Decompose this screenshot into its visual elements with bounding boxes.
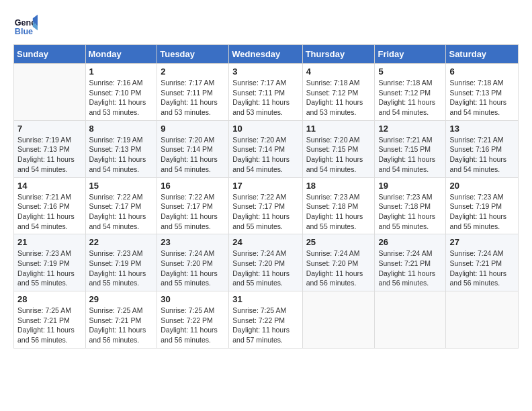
calendar-cell: 6Sunrise: 7:18 AM Sunset: 7:13 PM Daylig… — [446, 64, 519, 121]
calendar-cell: 3Sunrise: 7:17 AM Sunset: 7:11 PM Daylig… — [229, 64, 302, 121]
calendar-cell: 9Sunrise: 7:20 AM Sunset: 7:14 PM Daylig… — [157, 120, 229, 177]
calendar-cell: 15Sunrise: 7:22 AM Sunset: 7:17 PM Dayli… — [85, 177, 157, 234]
day-number: 27 — [449, 237, 515, 247]
day-info: Sunrise: 7:20 AM Sunset: 7:15 PM Dayligh… — [306, 135, 371, 175]
day-number: 24 — [232, 237, 298, 247]
day-info: Sunrise: 7:25 AM Sunset: 7:22 PM Dayligh… — [232, 306, 298, 345]
day-number: 2 — [161, 66, 225, 77]
day-info: Sunrise: 7:24 AM Sunset: 7:20 PM Dayligh… — [161, 248, 225, 288]
calendar-cell: 13Sunrise: 7:21 AM Sunset: 7:16 PM Dayli… — [446, 120, 519, 177]
calendar-cell: 25Sunrise: 7:24 AM Sunset: 7:20 PM Dayli… — [302, 234, 375, 291]
calendar-cell: 14Sunrise: 7:21 AM Sunset: 7:16 PM Dayli… — [14, 177, 86, 234]
calendar-cell: 7Sunrise: 7:19 AM Sunset: 7:13 PM Daylig… — [14, 120, 86, 177]
day-number: 3 — [232, 66, 298, 77]
day-number: 10 — [232, 124, 298, 134]
calendar-cell: 10Sunrise: 7:20 AM Sunset: 7:14 PM Dayli… — [229, 120, 302, 177]
day-number: 8 — [89, 124, 154, 134]
day-info: Sunrise: 7:23 AM Sunset: 7:18 PM Dayligh… — [378, 192, 442, 232]
day-number: 31 — [232, 294, 298, 304]
day-number: 6 — [449, 66, 515, 77]
day-number: 14 — [17, 181, 82, 191]
calendar-table: SundayMondayTuesdayWednesdayThursdayFrid… — [13, 44, 519, 349]
calendar-cell: 18Sunrise: 7:23 AM Sunset: 7:18 PM Dayli… — [302, 177, 375, 234]
day-number: 21 — [17, 237, 82, 247]
day-number: 7 — [17, 124, 82, 134]
day-info: Sunrise: 7:23 AM Sunset: 7:18 PM Dayligh… — [306, 192, 371, 232]
calendar-cell: 23Sunrise: 7:24 AM Sunset: 7:20 PM Dayli… — [157, 234, 229, 291]
calendar-cell — [446, 291, 519, 349]
calendar-cell: 8Sunrise: 7:19 AM Sunset: 7:13 PM Daylig… — [85, 120, 157, 177]
day-info: Sunrise: 7:24 AM Sunset: 7:21 PM Dayligh… — [378, 248, 442, 288]
calendar-cell: 27Sunrise: 7:24 AM Sunset: 7:21 PM Dayli… — [446, 234, 519, 291]
day-number: 29 — [89, 294, 154, 304]
day-number: 5 — [378, 66, 442, 77]
day-number: 9 — [161, 124, 225, 134]
day-number: 23 — [161, 237, 225, 247]
day-number: 28 — [17, 294, 82, 304]
calendar-cell: 28Sunrise: 7:25 AM Sunset: 7:21 PM Dayli… — [14, 291, 86, 349]
day-info: Sunrise: 7:17 AM Sunset: 7:11 PM Dayligh… — [232, 78, 298, 118]
day-number: 19 — [378, 181, 442, 191]
day-number: 22 — [89, 237, 154, 247]
calendar-body: 1Sunrise: 7:16 AM Sunset: 7:10 PM Daylig… — [14, 64, 519, 349]
page-header: General Blue — [13, 13, 519, 38]
calendar-cell: 4Sunrise: 7:18 AM Sunset: 7:12 PM Daylig… — [302, 64, 375, 121]
day-number: 15 — [89, 181, 154, 191]
day-info: Sunrise: 7:24 AM Sunset: 7:20 PM Dayligh… — [232, 248, 298, 288]
day-number: 11 — [306, 124, 371, 134]
day-info: Sunrise: 7:22 AM Sunset: 7:17 PM Dayligh… — [89, 192, 154, 232]
day-info: Sunrise: 7:17 AM Sunset: 7:11 PM Dayligh… — [161, 78, 225, 118]
logo: General Blue — [13, 13, 38, 38]
week-row-2: 7Sunrise: 7:19 AM Sunset: 7:13 PM Daylig… — [14, 120, 519, 177]
day-info: Sunrise: 7:21 AM Sunset: 7:16 PM Dayligh… — [449, 135, 515, 175]
day-number: 20 — [449, 181, 515, 191]
day-info: Sunrise: 7:23 AM Sunset: 7:19 PM Dayligh… — [89, 248, 154, 288]
day-info: Sunrise: 7:25 AM Sunset: 7:21 PM Dayligh… — [89, 306, 154, 345]
day-info: Sunrise: 7:18 AM Sunset: 7:12 PM Dayligh… — [306, 78, 371, 118]
calendar-cell: 30Sunrise: 7:25 AM Sunset: 7:22 PM Dayli… — [157, 291, 229, 349]
header-day-thursday: Thursday — [302, 45, 375, 64]
svg-text:Blue: Blue — [15, 27, 33, 36]
day-number: 1 — [89, 66, 154, 77]
day-number: 13 — [449, 124, 515, 134]
day-info: Sunrise: 7:19 AM Sunset: 7:13 PM Dayligh… — [89, 135, 154, 175]
header-day-friday: Friday — [375, 45, 446, 64]
calendar-cell — [302, 291, 375, 349]
week-row-5: 28Sunrise: 7:25 AM Sunset: 7:21 PM Dayli… — [14, 291, 519, 349]
week-row-4: 21Sunrise: 7:23 AM Sunset: 7:19 PM Dayli… — [14, 234, 519, 291]
day-info: Sunrise: 7:20 AM Sunset: 7:14 PM Dayligh… — [161, 135, 225, 175]
calendar-cell: 17Sunrise: 7:22 AM Sunset: 7:17 PM Dayli… — [229, 177, 302, 234]
logo-icon: General Blue — [13, 13, 38, 38]
day-number: 4 — [306, 66, 371, 77]
day-info: Sunrise: 7:16 AM Sunset: 7:10 PM Dayligh… — [89, 78, 154, 118]
calendar-cell: 12Sunrise: 7:21 AM Sunset: 7:15 PM Dayli… — [375, 120, 446, 177]
header-day-tuesday: Tuesday — [157, 45, 229, 64]
calendar-cell: 11Sunrise: 7:20 AM Sunset: 7:15 PM Dayli… — [302, 120, 375, 177]
day-number: 26 — [378, 237, 442, 247]
day-info: Sunrise: 7:25 AM Sunset: 7:22 PM Dayligh… — [161, 306, 225, 345]
day-number: 18 — [306, 181, 371, 191]
day-info: Sunrise: 7:21 AM Sunset: 7:15 PM Dayligh… — [378, 135, 442, 175]
calendar-cell: 5Sunrise: 7:18 AM Sunset: 7:12 PM Daylig… — [375, 64, 446, 121]
day-info: Sunrise: 7:23 AM Sunset: 7:19 PM Dayligh… — [17, 248, 82, 288]
calendar-cell: 22Sunrise: 7:23 AM Sunset: 7:19 PM Dayli… — [85, 234, 157, 291]
day-info: Sunrise: 7:20 AM Sunset: 7:14 PM Dayligh… — [232, 135, 298, 175]
day-info: Sunrise: 7:22 AM Sunset: 7:17 PM Dayligh… — [232, 192, 298, 232]
week-row-1: 1Sunrise: 7:16 AM Sunset: 7:10 PM Daylig… — [14, 64, 519, 121]
header-day-saturday: Saturday — [446, 45, 519, 64]
day-info: Sunrise: 7:19 AM Sunset: 7:13 PM Dayligh… — [17, 135, 82, 175]
header-day-monday: Monday — [85, 45, 157, 64]
day-info: Sunrise: 7:24 AM Sunset: 7:21 PM Dayligh… — [449, 248, 515, 288]
calendar-cell — [375, 291, 446, 349]
day-info: Sunrise: 7:21 AM Sunset: 7:16 PM Dayligh… — [17, 192, 82, 232]
calendar-cell: 31Sunrise: 7:25 AM Sunset: 7:22 PM Dayli… — [229, 291, 302, 349]
calendar-cell — [14, 64, 86, 121]
calendar-cell: 19Sunrise: 7:23 AM Sunset: 7:18 PM Dayli… — [375, 177, 446, 234]
day-number: 12 — [378, 124, 442, 134]
day-number: 30 — [161, 294, 225, 304]
calendar-header: SundayMondayTuesdayWednesdayThursdayFrid… — [14, 45, 519, 64]
week-row-3: 14Sunrise: 7:21 AM Sunset: 7:16 PM Dayli… — [14, 177, 519, 234]
header-day-sunday: Sunday — [14, 45, 86, 64]
day-info: Sunrise: 7:18 AM Sunset: 7:12 PM Dayligh… — [378, 78, 442, 118]
day-info: Sunrise: 7:18 AM Sunset: 7:13 PM Dayligh… — [449, 78, 515, 118]
